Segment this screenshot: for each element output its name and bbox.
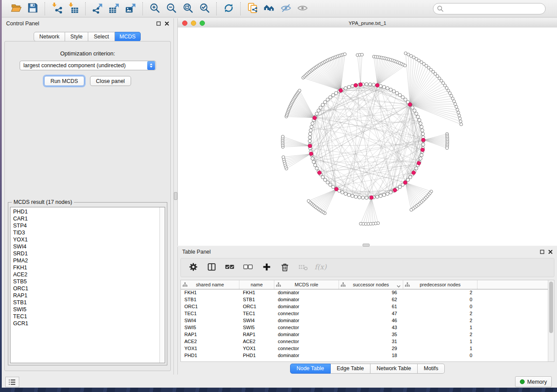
hide-selected-button[interactable] <box>277 2 294 15</box>
mcds-result-item[interactable]: ACE2 <box>10 271 165 278</box>
column-header-predecessor-nodes[interactable]: predecessor nodes <box>403 280 477 289</box>
delete-selected-button[interactable] <box>278 261 292 275</box>
cell-predecessor-nodes: 2 <box>403 289 477 296</box>
deselect-all-rows-button[interactable] <box>241 261 255 275</box>
search-input[interactable] <box>446 4 545 14</box>
search-box[interactable] <box>433 3 546 14</box>
float-panel-button[interactable] <box>156 21 161 26</box>
network-window-title: YPA_prune.txt_1 <box>178 21 557 26</box>
table-row[interactable]: SWI5SWI5connector431 <box>181 324 548 331</box>
hide-selected-icon <box>280 3 291 15</box>
clone-network-button[interactable] <box>244 2 261 15</box>
tab-style[interactable]: Style <box>65 32 88 41</box>
cell-shared-name: SWI5 <box>181 324 239 331</box>
tab-network-table[interactable]: Network Table <box>370 364 418 374</box>
table-row[interactable]: PHD1PHD1dominator180 <box>181 352 548 359</box>
sort-indicator-icon <box>397 283 401 289</box>
mcds-result-item[interactable]: STP4 <box>10 222 165 229</box>
table-row[interactable]: ACE2ACE2connector311 <box>181 338 548 345</box>
table-row[interactable]: RAP1RAP1dominator352 <box>181 331 548 338</box>
float-table-panel-button[interactable] <box>540 250 544 254</box>
memory-status-dot-icon <box>520 379 525 384</box>
export-image-button[interactable] <box>122 2 139 15</box>
column-header-shared-name[interactable]: shared name <box>181 280 239 289</box>
mcds-result-item[interactable]: PMA2 <box>10 257 165 264</box>
tab-edge-table[interactable]: Edge Table <box>331 364 370 374</box>
mcds-result-item[interactable]: SRD1 <box>10 250 165 257</box>
horizontal-splitter-grip[interactable] <box>363 244 370 247</box>
column-header-successor-nodes[interactable]: successor nodes <box>339 280 403 289</box>
table-row[interactable]: YOX1YOX1connector291 <box>181 345 548 352</box>
mcds-result-item[interactable]: TID3 <box>10 229 165 236</box>
table-row[interactable]: FKH1FKH1dominator962 <box>181 289 548 296</box>
mcds-result-scrollbar[interactable] <box>159 207 165 363</box>
export-table-button[interactable] <box>106 2 122 15</box>
create-new-column-button[interactable] <box>259 261 273 275</box>
open-session-button[interactable] <box>8 2 24 15</box>
mcds-result-item[interactable]: PHD1 <box>10 208 165 215</box>
zoom-selected-region-button[interactable] <box>196 2 213 15</box>
table-row[interactable]: SWI4SWI4dominator462 <box>181 317 548 324</box>
export-network-button[interactable] <box>89 2 106 15</box>
select-all-rows-button[interactable] <box>223 261 237 275</box>
vertical-splitter-grip[interactable] <box>174 192 177 200</box>
mcds-result-item[interactable]: TEC1 <box>10 313 165 320</box>
mcds-result-item[interactable]: SWI5 <box>10 306 165 313</box>
export-network-icon <box>92 3 103 15</box>
zoom-out-button[interactable] <box>163 2 180 15</box>
column-header-name[interactable]: name <box>239 280 274 289</box>
close-panel-button[interactable]: Close panel <box>90 76 131 86</box>
cell-shared-name: YOX1 <box>181 345 239 352</box>
criterion-dropdown[interactable]: largest connected component (undirected) <box>20 61 156 70</box>
mcds-result-item[interactable]: STB5 <box>10 278 165 285</box>
close-table-panel-button[interactable] <box>548 250 553 254</box>
zoom-in-button[interactable] <box>146 2 163 15</box>
mcds-result-item[interactable]: STB1 <box>10 299 165 306</box>
mcds-result-item[interactable]: ORC1 <box>10 285 165 292</box>
delete-selected-icon <box>280 262 289 273</box>
mcds-result-item[interactable]: GCR1 <box>10 320 165 327</box>
network-canvas[interactable] <box>178 28 557 246</box>
mcds-result-item[interactable]: CAR1 <box>10 215 165 222</box>
import-table-from-file-icon <box>68 3 79 15</box>
table-row[interactable]: TEC1TEC1connector472 <box>181 310 548 317</box>
apply-preferred-layout-button[interactable] <box>220 2 237 15</box>
table-row[interactable]: ORC1ORC1dominator610 <box>181 303 548 310</box>
zoom-fit-content-button[interactable] <box>180 2 196 15</box>
show-columns-button[interactable] <box>204 261 218 275</box>
app-window: Control Panel NetworkStyleSelectMCDS Opt… <box>2 0 557 388</box>
run-mcds-button[interactable]: Run MCDS <box>44 76 84 86</box>
task-history-button[interactable] <box>5 377 19 387</box>
save-session-button[interactable] <box>24 2 41 15</box>
mcds-result-item[interactable]: SWI4 <box>10 243 165 250</box>
tab-select[interactable]: Select <box>88 32 115 41</box>
table-row[interactable]: STB1STB1dominator620 <box>181 296 548 303</box>
cell-MCDS-role: connector <box>274 310 339 317</box>
mcds-result-item[interactable]: YOX1 <box>10 236 165 243</box>
column-header-MCDS-role[interactable]: MCDS role <box>274 280 339 289</box>
memory-label: Memory <box>527 379 547 385</box>
cell-predecessor-nodes: 2 <box>403 317 477 324</box>
import-network-from-file-icon <box>52 3 62 15</box>
table-options-gear-button[interactable] <box>186 261 200 275</box>
show-all-button[interactable] <box>294 2 311 15</box>
table-options-gear-icon <box>189 262 198 273</box>
tab-mcds[interactable]: MCDS <box>115 32 141 41</box>
column-header-label: MCDS role <box>295 282 318 287</box>
mcds-result-item[interactable]: RAP1 <box>10 292 165 299</box>
memory-button[interactable]: Memory <box>515 376 552 387</box>
tab-network[interactable]: Network <box>34 32 65 41</box>
first-neighbors-button[interactable] <box>261 2 277 15</box>
tab-motifs[interactable]: Motifs <box>418 364 445 374</box>
table-scrollbar-thumb[interactable] <box>549 282 553 333</box>
table-scrollbar[interactable] <box>548 280 554 361</box>
close-panel-icon-button[interactable] <box>165 21 169 26</box>
zoom-out-icon <box>166 3 177 15</box>
open-session-icon <box>11 3 22 14</box>
import-network-from-file-button[interactable] <box>48 2 65 15</box>
import-table-from-file-button[interactable] <box>65 2 82 15</box>
tab-node-table[interactable]: Node Table <box>290 364 331 374</box>
mcds-result-item[interactable]: FKH1 <box>10 264 165 271</box>
network-window-titlebar[interactable]: YPA_prune.txt_1 <box>178 18 557 28</box>
attribute-type-icon <box>276 282 281 288</box>
